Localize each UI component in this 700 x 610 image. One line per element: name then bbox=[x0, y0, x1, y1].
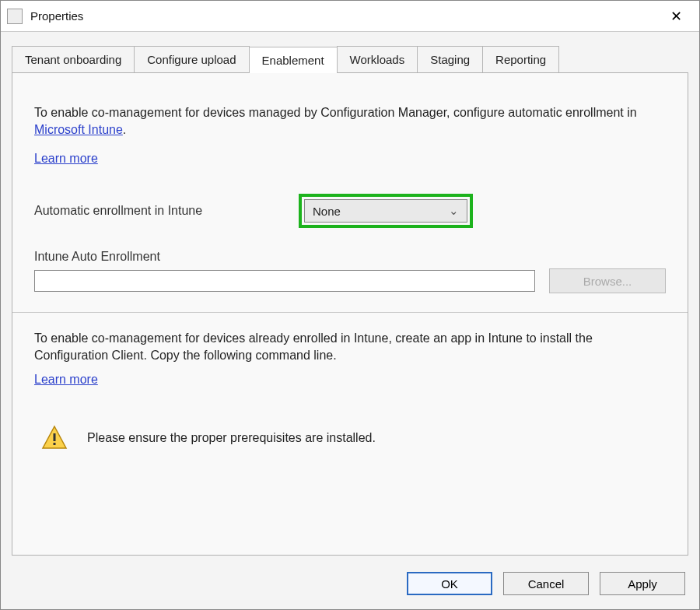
intune-auto-row: Browse... bbox=[34, 268, 666, 293]
auto-enrollment-value: None bbox=[313, 205, 341, 218]
enablement-description: To enable co-management for devices mana… bbox=[34, 104, 666, 138]
intune-auto-input[interactable] bbox=[34, 270, 535, 292]
auto-enrollment-label: Automatic enrollment in Intune bbox=[34, 204, 299, 218]
titlebar: Properties ✕ bbox=[1, 1, 699, 32]
svg-rect-0 bbox=[54, 433, 56, 441]
app-icon bbox=[7, 9, 23, 24]
learn-more-link-2[interactable]: Learn more bbox=[34, 373, 98, 387]
close-icon: ✕ bbox=[670, 8, 682, 25]
cancel-button[interactable]: Cancel bbox=[503, 572, 589, 595]
chevron-down-icon: ⌄ bbox=[449, 204, 459, 218]
content-area: Tenant onboarding Configure upload Enabl… bbox=[1, 32, 699, 556]
divider bbox=[12, 312, 688, 313]
window-title: Properties bbox=[30, 9, 659, 23]
desc-text-2: . bbox=[123, 123, 126, 136]
tab-staging[interactable]: Staging bbox=[417, 46, 483, 72]
desc-text-1: To enable co-management for devices mana… bbox=[34, 106, 637, 119]
microsoft-intune-link[interactable]: Microsoft Intune bbox=[34, 123, 123, 136]
tab-configure-upload[interactable]: Configure upload bbox=[134, 46, 249, 72]
tab-enablement[interactable]: Enablement bbox=[249, 47, 338, 73]
intune-auto-label: Intune Auto Enrollment bbox=[34, 250, 666, 264]
auto-enrollment-highlight: None ⌄ bbox=[299, 194, 473, 228]
tab-workloads[interactable]: Workloads bbox=[337, 46, 418, 72]
warning-row: Please ensure the proper prerequisites a… bbox=[34, 424, 666, 452]
apply-button[interactable]: Apply bbox=[600, 572, 685, 595]
tab-panel-enablement: To enable co-management for devices mana… bbox=[12, 73, 688, 556]
learn-more-link-1[interactable]: Learn more bbox=[34, 152, 98, 166]
dialog-button-bar: OK Cancel Apply bbox=[407, 572, 685, 595]
browse-button: Browse... bbox=[549, 268, 666, 293]
ok-button[interactable]: OK bbox=[407, 572, 492, 595]
tab-tenant-onboarding[interactable]: Tenant onboarding bbox=[12, 46, 135, 72]
auto-enrollment-dropdown[interactable]: None ⌄ bbox=[304, 199, 467, 223]
tab-reporting[interactable]: Reporting bbox=[482, 46, 559, 72]
warning-text: Please ensure the proper prerequisites a… bbox=[87, 431, 376, 445]
properties-window: Properties ✕ Tenant onboarding Configure… bbox=[0, 0, 700, 610]
warning-icon bbox=[40, 424, 68, 452]
close-button[interactable]: ✕ bbox=[659, 1, 693, 31]
svg-rect-1 bbox=[54, 443, 56, 445]
enablement-description-2: To enable co-management for devices alre… bbox=[34, 330, 666, 363]
auto-enrollment-row: Automatic enrollment in Intune None ⌄ bbox=[34, 194, 666, 228]
tab-bar: Tenant onboarding Configure upload Enabl… bbox=[12, 46, 688, 73]
